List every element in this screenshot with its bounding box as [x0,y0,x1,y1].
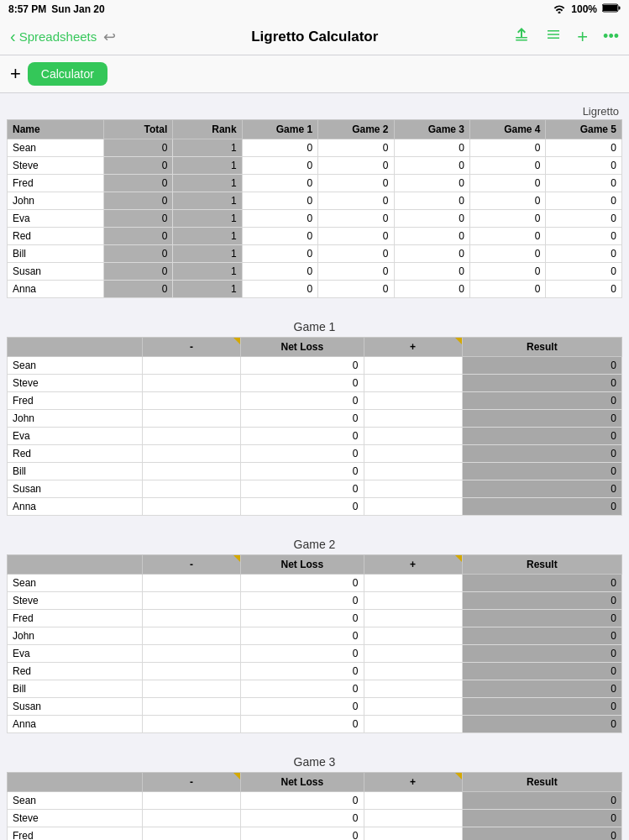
minus-input[interactable] [143,680,241,698]
plus-input[interactable] [364,428,462,445]
plus-input[interactable] [364,445,462,463]
list-icon[interactable] [545,26,562,47]
summary-g3[interactable]: 0 [394,210,469,228]
plus-input[interactable] [364,392,462,410]
summary-g3[interactable]: 0 [394,192,469,210]
summary-g4[interactable]: 0 [470,281,546,298]
minus-input[interactable] [143,627,241,645]
summary-g1[interactable]: 0 [242,139,317,157]
summary-g1[interactable]: 0 [242,281,317,298]
undo-icon[interactable]: ↩ [103,28,116,46]
plus-input[interactable] [364,627,462,645]
summary-g3[interactable]: 0 [394,228,469,245]
minus-input[interactable] [143,357,241,375]
summary-g4[interactable]: 0 [470,263,546,281]
summary-g5[interactable]: 0 [546,263,622,281]
minus-input[interactable] [143,463,241,480]
plus-input[interactable] [364,716,462,733]
minus-input[interactable] [143,792,241,810]
summary-g5[interactable]: 0 [546,281,622,298]
plus-input[interactable] [364,410,462,428]
minus-input[interactable] [143,428,241,445]
summary-g2[interactable]: 0 [318,245,394,263]
minus-input[interactable] [143,663,241,680]
minus-input[interactable] [143,645,241,663]
summary-g1[interactable]: 0 [242,228,317,245]
minus-input[interactable] [143,410,241,428]
plus-input[interactable] [364,375,462,392]
back-button[interactable]: Spreadsheets [19,29,97,44]
plus-input[interactable] [364,680,462,698]
minus-input[interactable] [143,480,241,498]
summary-g3[interactable]: 0 [394,245,469,263]
summary-g2[interactable]: 0 [318,157,394,175]
minus-input[interactable] [143,592,241,610]
plus-input[interactable] [364,698,462,716]
more-icon[interactable]: ••• [603,28,619,45]
plus-input[interactable] [364,810,462,827]
game3-table: - Net Loss + Result Sean 0 0 Steve 0 0 F… [7,772,622,840]
summary-g4[interactable]: 0 [470,157,546,175]
plus-input[interactable] [364,663,462,680]
summary-g4[interactable]: 0 [470,245,546,263]
summary-g3[interactable]: 0 [394,175,469,192]
minus-input[interactable] [143,375,241,392]
summary-g2[interactable]: 0 [318,139,394,157]
plus-input[interactable] [364,463,462,480]
plus-input[interactable] [364,575,462,592]
minus-input[interactable] [143,610,241,627]
summary-g5[interactable]: 0 [546,192,622,210]
summary-g2[interactable]: 0 [318,281,394,298]
summary-g5[interactable]: 0 [546,175,622,192]
plus-input[interactable] [364,792,462,810]
minus-input[interactable] [143,698,241,716]
back-arrow-icon[interactable]: ‹ [10,27,16,46]
summary-g2[interactable]: 0 [318,210,394,228]
summary-g3[interactable]: 0 [394,281,469,298]
result-value: 0 [462,357,621,375]
plus-input[interactable] [364,480,462,498]
minus-input[interactable] [143,445,241,463]
summary-g5[interactable]: 0 [546,245,622,263]
summary-g5[interactable]: 0 [546,157,622,175]
summary-g1[interactable]: 0 [242,263,317,281]
plus-input[interactable] [364,610,462,627]
summary-g4[interactable]: 0 [470,228,546,245]
summary-g1[interactable]: 0 [242,175,317,192]
minus-input[interactable] [143,575,241,592]
summary-g3[interactable]: 0 [394,139,469,157]
calculator-button[interactable]: Calculator [28,62,107,86]
summary-g4[interactable]: 0 [470,210,546,228]
summary-g3[interactable]: 0 [394,157,469,175]
summary-g3[interactable]: 0 [394,263,469,281]
summary-g4[interactable]: 0 [470,139,546,157]
toolbar-add-icon[interactable]: + [10,63,21,85]
summary-g2[interactable]: 0 [318,192,394,210]
summary-g4[interactable]: 0 [470,175,546,192]
summary-g2[interactable]: 0 [318,175,394,192]
minus-input[interactable] [143,827,241,841]
minus-input[interactable] [143,498,241,516]
minus-input[interactable] [143,392,241,410]
plus-input[interactable] [364,498,462,516]
player-name: Susan [8,698,143,716]
plus-input[interactable] [364,357,462,375]
share-icon[interactable] [513,26,530,47]
summary-g5[interactable]: 0 [546,210,622,228]
netloss-value: 0 [241,445,364,463]
summary-g5[interactable]: 0 [546,139,622,157]
summary-g1[interactable]: 0 [242,157,317,175]
plus-input[interactable] [364,645,462,663]
plus-input[interactable] [364,592,462,610]
summary-g5[interactable]: 0 [546,228,622,245]
add-icon[interactable]: + [577,26,588,48]
minus-input[interactable] [143,716,241,733]
plus-input[interactable] [364,827,462,841]
summary-g1[interactable]: 0 [242,245,317,263]
summary-g4[interactable]: 0 [470,192,546,210]
summary-g1[interactable]: 0 [242,192,317,210]
summary-g2[interactable]: 0 [318,263,394,281]
summary-g1[interactable]: 0 [242,210,317,228]
minus-input[interactable] [143,810,241,827]
summary-g2[interactable]: 0 [318,228,394,245]
